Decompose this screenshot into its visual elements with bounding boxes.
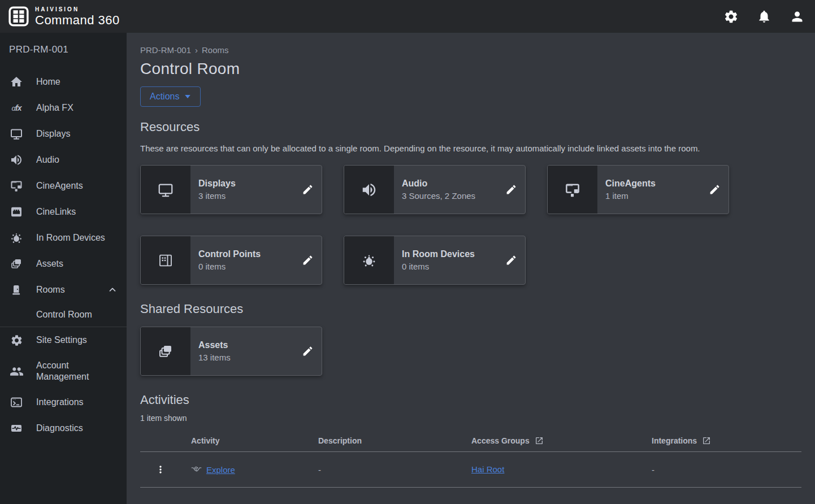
edit-pencil-icon[interactable] — [293, 166, 322, 214]
sidebar: PRD-RM-001 Home αfx Alpha FX Displays Au… — [0, 33, 127, 504]
sidebar-item-cineagents[interactable]: CineAgents — [0, 173, 127, 199]
caret-down-icon — [184, 94, 191, 99]
resource-card-displays: Displays 3 items — [140, 165, 322, 214]
activity-explore-link[interactable]: Explore — [206, 465, 235, 475]
edit-pencil-icon[interactable] — [700, 166, 729, 214]
resource-card-control-points: Control Points 0 items — [140, 236, 322, 285]
card-title: In Room Devices — [402, 249, 497, 259]
assets-icon — [9, 257, 24, 271]
sidebar-item-label: CineLinks — [36, 206, 76, 218]
cineagents-icon — [548, 166, 597, 214]
card-title: Audio — [402, 179, 497, 189]
card-title: CineAgents — [605, 179, 700, 189]
edit-pencil-icon[interactable] — [497, 166, 525, 214]
header-cell-integrations: Integrations — [652, 436, 801, 445]
rooms-door-icon — [9, 283, 24, 297]
sidebar-item-label: Audio — [36, 154, 59, 166]
sidebar-item-label: Site Settings — [36, 334, 87, 346]
sidebar-item-label: Account Management — [36, 360, 110, 383]
people-icon — [9, 364, 24, 379]
activities-table: Activity Description Access Groups Integ… — [140, 429, 801, 488]
sidebar-item-label: Displays — [36, 128, 70, 140]
table-header-row: Activity Description Access Groups Integ… — [140, 429, 801, 452]
sidebar-item-label: Integrations — [36, 397, 84, 408]
assets-icon — [141, 327, 190, 375]
sidebar-item-label: CineAgents — [36, 180, 83, 192]
actions-button[interactable]: Actions — [140, 86, 201, 107]
resource-card-cineagents: CineAgents 1 item — [547, 165, 729, 214]
resource-card-in-room-devices: In Room Devices 0 items — [344, 236, 526, 285]
card-title: Assets — [198, 340, 293, 350]
resources-description: These are resources that can only be all… — [140, 142, 790, 155]
activities-heading: Activities — [140, 393, 801, 407]
header-cell-activity: Activity — [191, 436, 318, 445]
card-title: Displays — [198, 179, 293, 189]
resources-card-grid: Displays 3 items Audio 3 Sources, 2 Zone… — [140, 165, 801, 285]
brand-product-label: Command 360 — [35, 14, 120, 27]
terminal-icon — [9, 396, 24, 409]
row-menu-kebab-icon[interactable] — [155, 463, 168, 476]
sidebar-item-label: Rooms — [36, 284, 65, 296]
card-subtitle: 3 Sources, 2 Zones — [402, 191, 497, 201]
in-room-devices-icon — [9, 231, 24, 245]
cinelinks-ethernet-icon — [9, 205, 24, 219]
sidebar-subitem-control-room[interactable]: Control Room — [0, 303, 127, 327]
sidebar-item-integrations[interactable]: Integrations — [0, 389, 127, 415]
edit-pencil-icon[interactable] — [293, 236, 322, 284]
settings-icon[interactable] — [723, 9, 739, 24]
handshake-icon — [191, 464, 202, 475]
cineagents-icon — [9, 179, 24, 193]
card-title: Control Points — [198, 249, 293, 259]
sidebar-item-cinelinks[interactable]: CineLinks — [0, 199, 127, 225]
notifications-bell-icon[interactable] — [757, 9, 771, 24]
topbar: HAIVISION Command 360 — [0, 0, 815, 33]
card-subtitle: 13 items — [198, 353, 293, 362]
sidebar-item-displays[interactable]: Displays — [0, 121, 127, 147]
sidebar-item-diagnostics[interactable]: Diagnostics — [0, 415, 127, 441]
access-group-link[interactable]: Hai Root — [471, 464, 504, 474]
edit-pencil-icon[interactable] — [497, 236, 525, 284]
diagnostics-pulse-icon — [9, 422, 24, 435]
main-content: PRD-RM-001 › Rooms Control Room Actions … — [127, 33, 815, 504]
row-integrations: - — [652, 465, 801, 475]
sidebar-item-in-room-devices[interactable]: In Room Devices — [0, 225, 127, 251]
shared-resources-card-grid: Assets 13 items — [140, 327, 801, 376]
sidebar-item-label: In Room Devices — [36, 232, 105, 244]
external-link-icon[interactable] — [702, 436, 711, 445]
sidebar-item-rooms[interactable]: Rooms — [0, 277, 127, 303]
display-icon — [141, 166, 190, 214]
resource-card-audio: Audio 3 Sources, 2 Zones — [344, 165, 526, 214]
breadcrumb: PRD-RM-001 › Rooms — [140, 45, 801, 55]
in-room-devices-icon — [344, 236, 394, 284]
row-description: - — [318, 465, 471, 475]
sidebar-item-assets[interactable]: Assets — [0, 251, 127, 277]
resources-heading: Resources — [140, 120, 801, 134]
breadcrumb-separator: › — [195, 45, 198, 55]
alpha-fx-icon: αfx — [9, 103, 24, 112]
sidebar-item-home[interactable]: Home — [0, 69, 127, 95]
external-link-icon[interactable] — [535, 436, 544, 445]
card-subtitle: 0 items — [198, 262, 293, 271]
header-cell-description: Description — [318, 436, 471, 445]
sidebar-item-label: Diagnostics — [36, 423, 83, 434]
audio-icon — [9, 153, 24, 167]
sidebar-item-label: Home — [36, 76, 60, 88]
chevron-up-icon[interactable] — [107, 285, 118, 295]
brand-logo[interactable]: HAIVISION Command 360 — [8, 5, 120, 28]
breadcrumb-parent[interactable]: PRD-RM-001 — [140, 45, 191, 55]
sidebar-item-account-management[interactable]: Account Management — [0, 353, 127, 389]
sidebar-item-site-settings[interactable]: Site Settings — [0, 327, 127, 353]
edit-pencil-icon[interactable] — [293, 327, 322, 375]
table-row: Explore - Hai Root - — [140, 452, 801, 488]
account-person-icon[interactable] — [790, 9, 805, 24]
card-subtitle: 1 item — [605, 191, 700, 201]
sidebar-item-audio[interactable]: Audio — [0, 147, 127, 173]
display-icon — [9, 127, 24, 141]
shared-resources-heading: Shared Resources — [140, 302, 801, 316]
page-title: Control Room — [140, 60, 801, 78]
gear-icon — [9, 334, 24, 347]
header-cell-access-groups: Access Groups — [471, 436, 652, 445]
sidebar-item-alpha-fx[interactable]: αfx Alpha FX — [0, 95, 127, 121]
breadcrumb-current[interactable]: Rooms — [202, 45, 229, 55]
activities-count: 1 item shown — [140, 414, 801, 423]
